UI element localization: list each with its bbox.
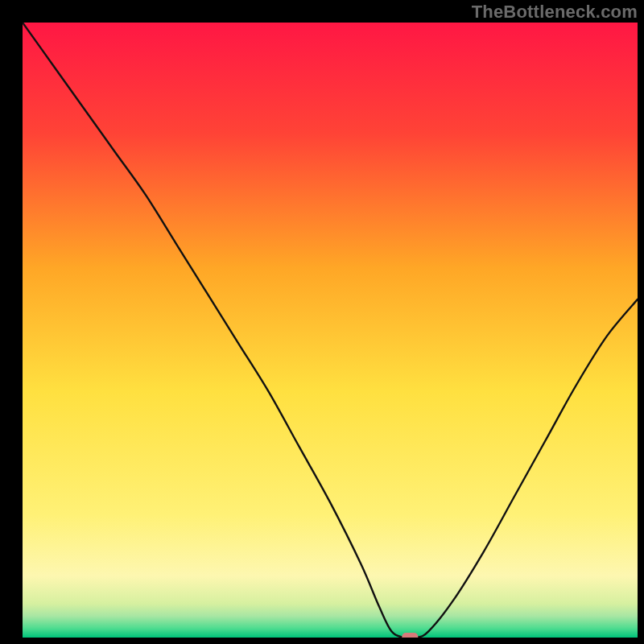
- watermark-text: TheBottleneck.com: [472, 2, 638, 23]
- chart-frame: TheBottleneck.com: [0, 0, 644, 644]
- gradient-background: [23, 23, 638, 638]
- bottleneck-chart: [23, 23, 638, 638]
- optimal-point-marker: [402, 633, 418, 638]
